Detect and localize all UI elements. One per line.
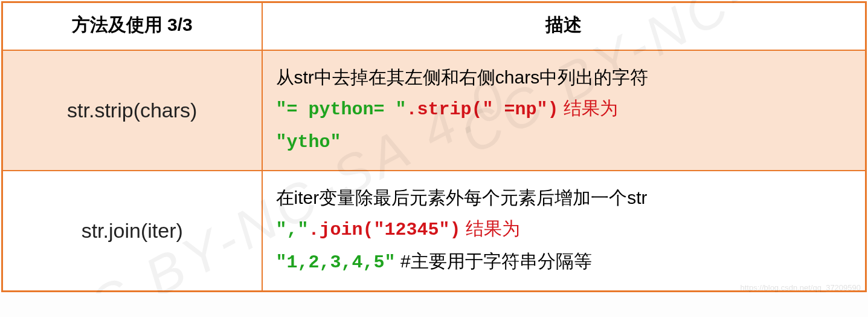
method-name: str.join(iter) [2,171,262,292]
code-input: "," [276,220,309,240]
method-table: 方法及使用 3/3 描述 str.strip(chars) 从str中去掉在其左… [1,1,867,292]
method-desc: 从str中去掉在其左侧和右侧chars中列出的字符 "= python= ".s… [262,50,866,171]
result-label: 结果为 [461,218,520,238]
code-call: .strip(" =np") [407,99,559,120]
result-label: 结果为 [559,98,618,118]
code-output-line: "ytho" [276,125,852,158]
code-output-line: "1,2,3,4,5" #主要用于字符串分隔等 [276,246,852,278]
desc-text: 在iter变量除最后元素外每个元素后增加一个str [276,182,852,213]
code-output: "ytho" [276,132,341,152]
code-input: "= python= " [276,99,407,120]
code-call: .join("12345") [309,220,461,240]
code-example: ",".join("12345") 结果为 [276,213,852,246]
method-desc: 在iter变量除最后元素外每个元素后增加一个str ",".join("1234… [262,171,866,292]
code-output: "1,2,3,4,5" [276,252,396,273]
code-example: "= python= ".strip(" =np") 结果为 [276,93,852,125]
header-method: 方法及使用 3/3 [2,2,262,51]
desc-text: 从str中去掉在其左侧和右侧chars中列出的字符 [276,62,852,93]
table-header-row: 方法及使用 3/3 描述 [2,2,866,51]
header-desc: 描述 [262,2,866,51]
table-row: str.join(iter) 在iter变量除最后元素外每个元素后增加一个str… [2,171,866,292]
method-name: str.strip(chars) [2,50,262,171]
table-row: str.strip(chars) 从str中去掉在其左侧和右侧chars中列出的… [2,50,866,171]
code-note: #主要用于字符串分隔等 [396,251,592,271]
